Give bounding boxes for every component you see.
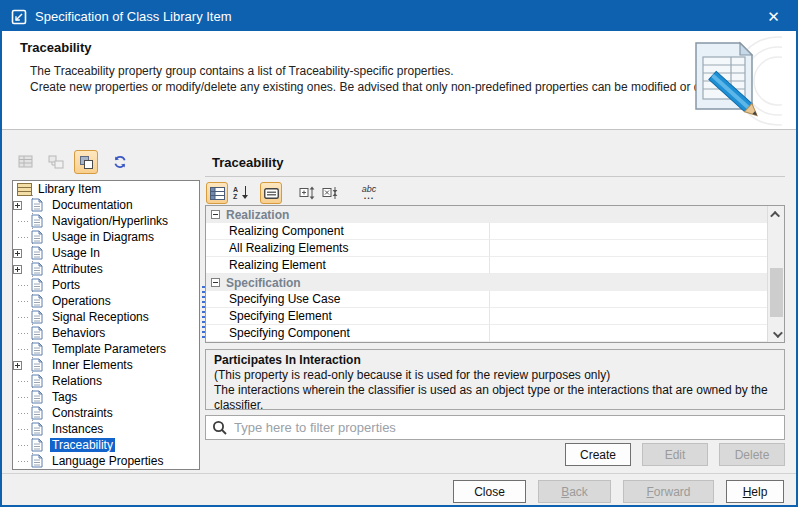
specification-dialog: Specification of Class Library Item ✕ Tr… — [0, 0, 798, 507]
document-icon — [31, 422, 43, 436]
property-value[interactable] — [490, 291, 768, 308]
tree-item-ports[interactable]: Ports — [13, 277, 199, 293]
document-icon — [31, 390, 43, 404]
property-value[interactable] — [490, 325, 768, 342]
refresh-button[interactable] — [108, 150, 132, 174]
create-button[interactable]: Create — [565, 443, 631, 466]
vertical-scrollbar[interactable] — [767, 206, 784, 342]
show-full-types-button[interactable]: abc ... — [358, 182, 380, 204]
property-row-realizing-element[interactable]: Realizing Element — [206, 257, 768, 274]
tree-item-constraints[interactable]: Constraints — [13, 405, 199, 421]
property-name: Specifying Component — [206, 325, 490, 342]
tree-item-operations[interactable]: Operations — [13, 293, 199, 309]
document-icon — [31, 310, 43, 324]
class-icon — [17, 183, 32, 196]
tree-item-label: Language Properties — [50, 454, 165, 468]
delete-button: Delete — [719, 443, 785, 466]
collapse-icon[interactable] — [211, 278, 220, 287]
collapse-nodes-button[interactable] — [319, 182, 342, 204]
property-description-line-1: (This property is read-only because it i… — [214, 368, 776, 383]
property-row-specifying-element[interactable]: Specifying Element — [206, 308, 768, 325]
property-group-specification[interactable]: Specification — [206, 274, 768, 291]
tree-item-label: Template Parameters — [50, 342, 168, 356]
help-button[interactable]: Help — [726, 480, 784, 503]
expand-icon[interactable] — [13, 265, 22, 274]
tree-item-relations[interactable]: Relations — [13, 373, 199, 389]
tree-connector — [13, 245, 31, 261]
tree-connector — [13, 213, 31, 229]
expand-nodes-button[interactable] — [296, 182, 319, 204]
containment-view-button — [44, 150, 68, 174]
close-button[interactable]: Close — [453, 480, 526, 503]
tree-connector — [13, 341, 31, 357]
tree-connector — [13, 197, 31, 213]
tree-item-inner-elements[interactable]: Inner Elements — [13, 357, 199, 373]
property-row-specifying-component[interactable]: Specifying Component — [206, 325, 768, 342]
tree-item-usage-in-diagrams[interactable]: Usage in Diagrams — [13, 229, 199, 245]
tree-item-label: Navigation/Hyperlinks — [50, 214, 170, 228]
tree-item-usage-in[interactable]: Usage In — [13, 245, 199, 261]
document-icon — [31, 358, 43, 372]
property-row-specifying-use-case[interactable]: Specifying Use Case — [206, 291, 768, 308]
property-row-realizing-component[interactable]: Realizing Component — [206, 223, 768, 240]
scrollbar-down-icon[interactable] — [768, 326, 785, 342]
tree-connector — [13, 277, 31, 293]
tree-item-label: Behaviors — [50, 326, 107, 340]
filter-bar — [205, 415, 785, 440]
sort-alphabetically-button[interactable]: AZ — [228, 182, 250, 204]
edit-button: Edit — [642, 443, 708, 466]
tree-item-tags[interactable]: Tags — [13, 389, 199, 405]
tree-item-attributes[interactable]: Attributes — [13, 261, 199, 277]
scrollbar-thumb[interactable] — [770, 268, 783, 317]
document-icon — [31, 326, 43, 340]
dialog-buttons: CloseBackForwardHelp — [453, 480, 784, 503]
tree-connector — [13, 309, 31, 325]
expand-icon[interactable] — [13, 361, 22, 370]
property-value[interactable] — [490, 223, 768, 240]
document-icon — [31, 278, 43, 292]
property-value[interactable] — [490, 257, 768, 274]
document-icon — [31, 198, 43, 212]
window-title: Specification of Class Library Item — [35, 9, 232, 24]
close-icon[interactable]: ✕ — [751, 2, 796, 31]
tree-item-label: Operations — [50, 294, 113, 308]
properties-panel-title: Traceability — [212, 155, 284, 170]
tree-item-language-properties[interactable]: Language Properties — [13, 453, 199, 469]
scrollbar-up-icon[interactable] — [768, 206, 785, 222]
filter-properties-input[interactable] — [234, 418, 784, 438]
tree-item-label: Signal Receptions — [50, 310, 151, 324]
property-row-all-realizing-elements[interactable]: All Realizing Elements — [206, 240, 768, 257]
title-bar: Specification of Class Library Item ✕ — [2, 2, 796, 31]
show-description-button[interactable] — [260, 182, 282, 204]
tree-connector — [13, 453, 31, 469]
property-value[interactable] — [490, 308, 768, 325]
document-icon — [31, 246, 43, 260]
tree-item-label: Instances — [50, 422, 105, 436]
group-view-button[interactable] — [74, 150, 98, 174]
categorized-view-button[interactable] — [206, 182, 228, 204]
document-icon — [31, 438, 43, 452]
tree-item-signal-receptions[interactable]: Signal Receptions — [13, 309, 199, 325]
tree-item-traceability[interactable]: Traceability — [13, 437, 199, 453]
back-button: Back — [538, 480, 611, 503]
document-icon — [31, 342, 43, 356]
tree-item-library-item[interactable]: Library Item — [13, 181, 199, 197]
tree-item-label: Inner Elements — [50, 358, 135, 372]
property-group-realization[interactable]: Realization — [206, 206, 768, 223]
refresh-icon — [112, 154, 128, 170]
tree-item-documentation[interactable]: Documentation — [13, 197, 199, 213]
tree-item-behaviors[interactable]: Behaviors — [13, 325, 199, 341]
expand-icon[interactable] — [13, 201, 22, 210]
dialog-icon — [11, 9, 27, 25]
header-description-2: Create new properties or modify/delete a… — [30, 80, 736, 94]
tree-item-template-parameters[interactable]: Template Parameters — [13, 341, 199, 357]
expand-icon[interactable] — [13, 249, 22, 258]
collapse-icon[interactable] — [211, 210, 220, 219]
tree-item-label: Traceability — [50, 438, 115, 452]
tree-item-navigation-hyperlinks[interactable]: Navigation/Hyperlinks — [13, 213, 199, 229]
tree-item-instances[interactable]: Instances — [13, 421, 199, 437]
forward-button: Forward — [623, 480, 714, 503]
tree-toolbar — [14, 150, 132, 174]
document-icon — [31, 214, 43, 228]
property-value[interactable] — [490, 240, 768, 257]
